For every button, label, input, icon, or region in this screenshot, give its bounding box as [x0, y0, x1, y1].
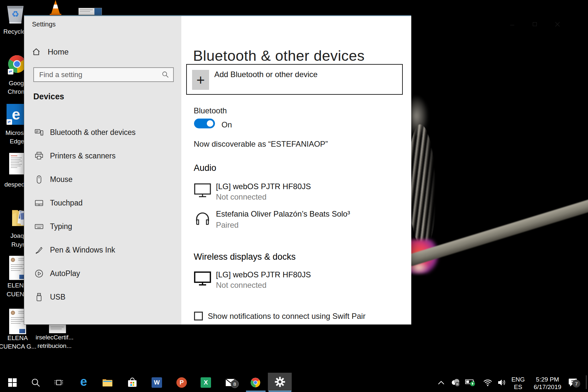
home-icon [32, 48, 41, 56]
excel-icon: X [204, 379, 208, 386]
shortcut-arrow-icon [8, 69, 13, 74]
taskbar-file-explorer-button[interactable] [102, 377, 113, 388]
sidebar-item-label: AutoPlay [50, 269, 80, 278]
sidebar-item-autoplay[interactable]: AutoPlay [29, 265, 176, 282]
sidebar-item-label: Typing [50, 222, 72, 231]
sidebar-item-label: Printers & scanners [50, 152, 116, 160]
speaker-icon [498, 378, 507, 387]
traffic-cone-glyph [49, 0, 62, 15]
usb-icon [35, 293, 43, 302]
devices-icon [35, 128, 43, 137]
sidebar-item-label: Touchpad [50, 199, 83, 207]
tray-chevron-button[interactable] [436, 377, 446, 388]
chevron-up-icon [438, 381, 445, 385]
sidebar-item-pen-windows-ink[interactable]: Pen & Windows Ink [29, 241, 176, 258]
taskbar-store-button[interactable] [127, 377, 138, 388]
bluetooth-label: Bluetooth [194, 106, 227, 115]
add-bluetooth-device-button[interactable]: + Add Bluetooth or other device [186, 64, 403, 95]
taskbar-chrome-button[interactable] [250, 377, 261, 388]
monitor-icon [194, 271, 211, 286]
start-button[interactable] [7, 377, 18, 388]
file-explorer-icon [102, 378, 113, 387]
elena2-label-2: CUENCA G... [0, 343, 37, 350]
taskbar-word-button[interactable]: W [152, 377, 162, 388]
tray-language-indicator[interactable]: ENG ES [510, 376, 527, 391]
recycle-bin-label: Recycle [3, 28, 25, 35]
microsoft-edge-icon[interactable]: e [7, 104, 25, 125]
shortcut-arrow-icon [7, 119, 12, 125]
word-icon: W [154, 379, 160, 386]
settings-main-panel: Bluetooth & other devices + Add Bluetoot… [181, 16, 411, 324]
windows-logo-icon [8, 378, 17, 387]
mail-unread-badge: 8 [231, 380, 239, 388]
mouse-icon [35, 175, 43, 184]
discoverable-text: Now discoverable as “ESTEFANIAOP” [194, 139, 328, 149]
chrome-icon [251, 378, 260, 387]
settings-search-box [33, 67, 174, 82]
wireless-displays-heading: Wireless displays & docks [194, 252, 296, 262]
sidebar-item-label: Mouse [50, 175, 73, 184]
clock-time: 5:29 PM [530, 376, 565, 383]
tray-onedrive-button[interactable] [450, 377, 461, 388]
taskbar-excel-button[interactable]: X [201, 377, 211, 388]
taskbar-edge-button[interactable]: e [78, 377, 89, 388]
sidebar-item-label: Pen & Windows Ink [50, 246, 115, 254]
notification-count-badge: 7 [572, 380, 580, 388]
settings-sidebar: Settings Home Devices Bluetooth & other … [24, 16, 181, 324]
vlc-icon[interactable] [49, 0, 62, 16]
maximize-button[interactable] [527, 19, 543, 30]
printer-icon [35, 152, 43, 160]
devices-section-title: Devices [33, 92, 64, 101]
recycle-bin-icon[interactable]: ♻ [5, 2, 26, 27]
tray-battery-button[interactable] [465, 377, 476, 388]
despedida-document-icon[interactable] [9, 153, 25, 174]
swift-pair-checkbox[interactable] [194, 312, 203, 320]
irselec-label-2: retribucion... [38, 342, 72, 350]
search-icon[interactable] [162, 71, 169, 78]
sidebar-item-label: USB [50, 293, 65, 302]
screenshot-file-icon[interactable] [78, 8, 102, 15]
search-icon [31, 378, 40, 387]
irselec-document-icon[interactable] [49, 325, 66, 333]
task-view-button[interactable] [54, 377, 64, 388]
sidebar-item-mouse[interactable]: Mouse [29, 171, 176, 188]
sidebar-item-bluetooth-other-devices[interactable]: Bluetooth & other devices [29, 124, 176, 141]
sidebar-item-typing[interactable]: Typing [29, 218, 176, 235]
keyboard-icon [35, 222, 43, 231]
bluetooth-toggle[interactable] [194, 119, 215, 128]
monitor-icon [194, 183, 211, 198]
google-chrome-icon[interactable] [8, 55, 26, 74]
bluetooth-state: On [221, 120, 232, 129]
recycle-bin-glyph: ♻ [5, 2, 26, 25]
minimize-button[interactable] [504, 19, 520, 30]
tray-clock[interactable]: 5:29 PM 6/17/2019 [530, 376, 565, 391]
search-input[interactable] [34, 71, 162, 79]
device-name: [LG] webOS PJTR HF80JS [216, 270, 311, 279]
tray-wifi-button[interactable] [482, 377, 493, 388]
sidebar-item-usb[interactable]: USB [29, 288, 176, 305]
sidebar-item-home[interactable]: Home [32, 45, 172, 58]
add-button-label: Add Bluetooth or other device [214, 70, 318, 79]
show-desktop-button[interactable] [586, 375, 586, 389]
maximize-icon [532, 22, 537, 26]
audio-heading: Audio [194, 163, 216, 173]
device-status: Paired [216, 220, 238, 230]
tray-volume-button[interactable] [497, 377, 507, 388]
settings-gear-icon [275, 377, 285, 387]
irselec-label-1: irselecCertif... [36, 334, 74, 341]
chrome-label-2: Chrom [8, 88, 26, 95]
device-status: Not connected [216, 192, 267, 202]
sidebar-item-label: Bluetooth & other devices [50, 128, 136, 137]
device-name: Estefania Oliver Palazón’s Beats Solo³ [216, 209, 350, 219]
page-title: Bluetooth & other devices [193, 47, 365, 64]
onedrive-paused-icon [451, 378, 461, 387]
close-button[interactable] [549, 19, 565, 30]
taskbar-powerpoint-button[interactable]: P [176, 377, 187, 388]
wallpaper-hummingbird-wing [408, 124, 436, 247]
sidebar-item-printers-scanners[interactable]: Printers & scanners [29, 147, 176, 164]
taskbar-search-button[interactable] [30, 377, 41, 388]
settings-active-underline [269, 391, 291, 392]
sidebar-item-touchpad[interactable]: Touchpad [29, 194, 176, 211]
taskbar-settings-button[interactable] [268, 373, 292, 391]
edge-label-2: Edge [10, 138, 24, 145]
